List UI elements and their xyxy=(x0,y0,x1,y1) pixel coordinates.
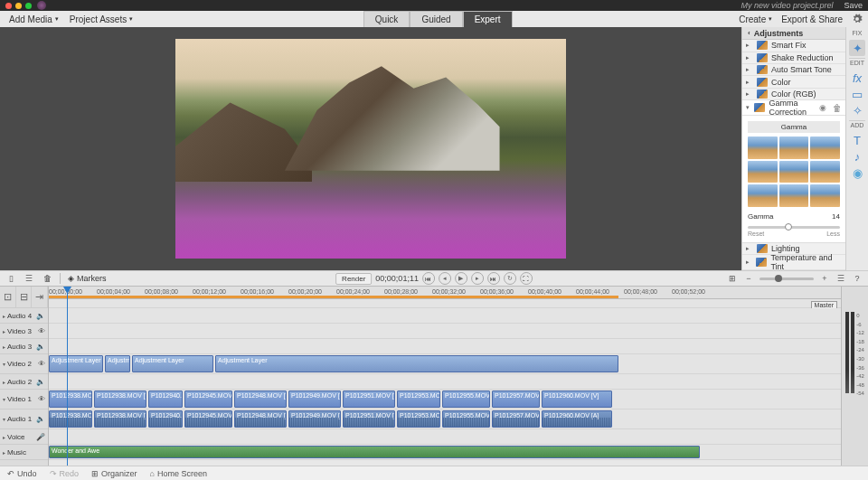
track-music[interactable]: Wonder and Awe xyxy=(49,445,841,460)
adj-color[interactable]: ▸Color xyxy=(742,76,845,88)
mic-icon[interactable]: 🎤 xyxy=(36,433,45,441)
eye-icon[interactable]: ◉ xyxy=(819,103,826,112)
audio-clip[interactable]: P1012948.MOV [A] xyxy=(234,410,287,428)
video-clip[interactable]: P1012960.MOV [V] xyxy=(542,391,612,408)
snap-icon[interactable]: ⊞ xyxy=(727,273,738,284)
video-frame[interactable] xyxy=(175,39,566,259)
transitions-icon[interactable]: ▭ xyxy=(849,86,865,102)
adjustment-clip[interactable]: Adjustment Layer xyxy=(215,355,618,372)
track-head-audio2[interactable]: ▸Audio 2🔈 xyxy=(0,374,48,390)
slider-thumb[interactable] xyxy=(785,223,792,231)
loop-icon[interactable]: ↻ xyxy=(504,272,516,285)
video-clip[interactable]: P1012955.MOV [V] xyxy=(442,391,490,408)
video-clip[interactable]: P1012951.MOV [V] xyxy=(343,391,395,408)
track-video2[interactable]: Adjustment LayerAdjustment LayerAdjustme… xyxy=(49,354,841,374)
play-icon[interactable]: ▶ xyxy=(455,272,467,285)
gamma-preset[interactable] xyxy=(779,161,809,184)
eye-icon[interactable]: 👁 xyxy=(38,360,45,368)
audio-clip[interactable]: P1012957.MOV [A] xyxy=(492,410,540,428)
audio-clip[interactable]: P1012953.MOV [A] xyxy=(397,410,440,428)
markers-button[interactable]: ◈ Markers xyxy=(68,274,107,283)
tab-quick[interactable]: Quick xyxy=(363,11,410,28)
undo-button[interactable]: ↶Undo xyxy=(7,469,37,478)
track-head-audio4[interactable]: ▸Audio 4🔈 xyxy=(0,308,48,324)
video-clip[interactable]: P1012940.MOV [V] xyxy=(148,391,183,408)
goto-start-icon[interactable]: ⏮ xyxy=(422,272,435,285)
effects-icon[interactable]: fx xyxy=(849,70,865,86)
video-clip[interactable]: P1012938.MOV [V] xyxy=(94,391,146,408)
render-button[interactable]: Render xyxy=(335,273,372,285)
goto-end-icon[interactable]: ⏭ xyxy=(487,272,500,285)
add-media-menu[interactable]: Add Media xyxy=(5,13,62,26)
tool-c-icon[interactable]: ⇥ xyxy=(32,287,48,308)
track-audio2[interactable] xyxy=(49,374,841,390)
mute-icon[interactable]: 🔈 xyxy=(36,343,45,351)
eye-icon[interactable]: 👁 xyxy=(38,327,45,335)
adjustment-clip[interactable]: Adjustment Layer xyxy=(49,355,103,372)
zoom-out-icon[interactable]: − xyxy=(743,273,754,284)
video-clip[interactable]: P1012953.MOV [V] xyxy=(397,391,440,408)
panel-menu-icon[interactable]: ☰ xyxy=(835,273,846,284)
audio-clip[interactable]: P1012949.MOV [A] xyxy=(288,410,341,428)
tool-trash-icon[interactable]: 🗑 xyxy=(42,273,52,284)
adj-temperature-tint[interactable]: ▸Temperature and Tint xyxy=(742,255,845,270)
audio-clip[interactable]: P1012960.MOV [A] xyxy=(542,410,612,428)
minimize-icon[interactable] xyxy=(15,3,22,9)
audio-clip[interactable]: P1012938.MOV [A] xyxy=(49,410,92,428)
track-head-video1[interactable]: ▾Video 1👁 xyxy=(0,390,48,409)
tab-expert[interactable]: Expert xyxy=(463,11,513,28)
gamma-slider[interactable] xyxy=(748,226,840,229)
tab-guided[interactable]: Guided xyxy=(410,11,462,28)
track-head-audio1[interactable]: ▾Audio 1🔈 xyxy=(0,409,48,429)
video-clip[interactable]: P1012957.MOV [V] xyxy=(492,391,540,408)
track-audio1[interactable]: P1012938.MOV [A]P1012938.MOV [A]P1012940… xyxy=(49,409,841,429)
gamma-preset[interactable] xyxy=(810,136,840,159)
zoom-thumb[interactable] xyxy=(775,275,782,282)
reset-label[interactable]: Reset xyxy=(748,231,764,237)
timecode-display[interactable]: 00;00;01;11 xyxy=(375,274,419,283)
playhead[interactable] xyxy=(67,287,68,466)
title-clip[interactable]: Wonder and Awe xyxy=(49,446,700,458)
music-icon[interactable]: ♪ xyxy=(849,148,865,165)
time-ruler[interactable]: 00;00;00;0000;00;04;0000;00;08;0000;00;1… xyxy=(49,287,841,299)
adjustment-clip[interactable]: Adjustment Layer xyxy=(132,355,213,372)
gamma-preset[interactable] xyxy=(810,161,840,184)
mute-icon[interactable]: 🔈 xyxy=(36,378,45,386)
audio-clip[interactable]: P1012951.MOV [A] xyxy=(343,410,395,428)
organizer-button[interactable]: ⊞Organizer xyxy=(91,469,137,478)
video-clip[interactable]: P1012949.MOV [V] xyxy=(288,391,341,408)
video-clip[interactable]: P1012945.MOV [V] xyxy=(184,391,232,408)
work-area-bar[interactable] xyxy=(49,296,618,298)
sparkle-icon[interactable]: ✧ xyxy=(849,102,865,118)
adj-auto-smart-tone[interactable]: ▸Auto Smart Tone xyxy=(742,64,845,76)
track-head-audio3[interactable]: ▸Audio 3🔈 xyxy=(0,339,48,354)
track-head-video2[interactable]: ▾Video 2👁 xyxy=(0,354,48,374)
track-audio4[interactable] xyxy=(49,308,841,324)
step-back-icon[interactable]: ◂ xyxy=(439,272,451,285)
adjustment-clip[interactable]: Adjustment Layer xyxy=(105,355,130,372)
adj-smart-fix[interactable]: ▸Smart Fix xyxy=(742,40,845,52)
maximize-icon[interactable] xyxy=(25,3,32,9)
gear-icon[interactable] xyxy=(852,14,863,24)
track-audio3[interactable] xyxy=(49,339,841,354)
zoom-slider[interactable] xyxy=(760,278,814,280)
fullscreen-icon[interactable]: ⛶ xyxy=(520,272,533,285)
mute-icon[interactable]: 🔈 xyxy=(36,312,45,320)
timeline-tracks[interactable]: 00;00;00;0000;00;04;0000;00;08;0000;00;1… xyxy=(49,287,841,466)
gamma-preset[interactable] xyxy=(748,184,778,206)
gamma-preset[interactable] xyxy=(779,184,809,207)
audio-clip[interactable]: P1012938.MOV [A] xyxy=(94,410,146,428)
track-video1[interactable]: P1012938.MOV [V]P1012938.MOV [V]P1012940… xyxy=(49,390,841,409)
project-assets-menu[interactable]: Project Assets xyxy=(66,13,137,26)
gamma-preset[interactable] xyxy=(748,161,778,183)
gamma-preset[interactable] xyxy=(810,184,840,207)
help-icon[interactable]: ? xyxy=(852,273,863,284)
track-head-music[interactable]: ▸Music xyxy=(0,445,48,460)
titles-icon[interactable]: T xyxy=(849,132,865,148)
audio-clip[interactable]: P1012955.MOV [A] xyxy=(442,410,490,428)
gamma-preset[interactable] xyxy=(748,136,778,158)
zoom-in-icon[interactable]: + xyxy=(819,273,830,284)
trash-icon[interactable]: 🗑 xyxy=(833,103,842,113)
tool-select-icon[interactable]: ▯ xyxy=(5,273,16,284)
adj-shake-reduction[interactable]: ▸Shake Reduction xyxy=(742,52,845,64)
